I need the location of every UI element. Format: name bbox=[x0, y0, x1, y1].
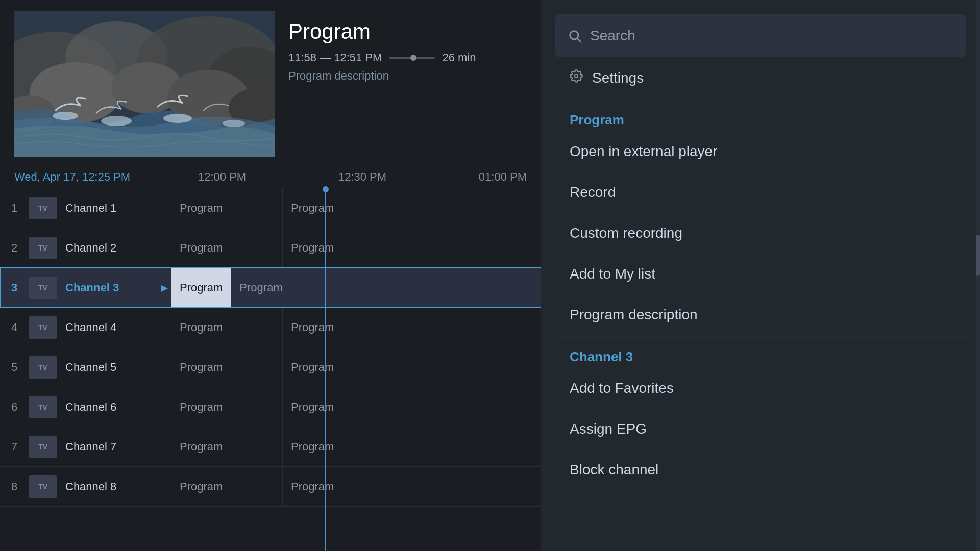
channel-row[interactable]: 1 TV Channel 1 Program Program bbox=[0, 188, 541, 228]
channel-number: 2 bbox=[0, 241, 29, 255]
channel-number: 8 bbox=[0, 480, 29, 493]
programs-area: Program Program bbox=[172, 347, 541, 387]
channel-number: 7 bbox=[0, 440, 29, 454]
channel-row[interactable]: 4 TV Channel 4 Program Program bbox=[0, 308, 541, 347]
programs-area: Program Program bbox=[172, 467, 541, 506]
video-preview[interactable] bbox=[14, 11, 275, 157]
progress-bar bbox=[389, 57, 435, 59]
svg-point-12 bbox=[163, 114, 192, 123]
program-block[interactable]: Program bbox=[172, 188, 283, 228]
channel-name: Channel 1 bbox=[65, 202, 157, 215]
channel-icon: TV bbox=[29, 436, 57, 458]
programs-area: Program Program bbox=[172, 228, 541, 267]
channel-icon: TV bbox=[29, 356, 57, 379]
channel-name: Channel 2 bbox=[65, 241, 157, 255]
program-block[interactable]: Program bbox=[283, 188, 541, 228]
programs-area: Program Program bbox=[172, 308, 541, 347]
channel-number: 3 bbox=[0, 281, 29, 294]
program-block[interactable]: Program bbox=[283, 427, 541, 466]
program-block[interactable]: Program bbox=[172, 387, 283, 427]
time-marker-2: 12:30 PM bbox=[338, 170, 386, 184]
divider bbox=[555, 101, 966, 101]
channel-number: 6 bbox=[0, 400, 29, 414]
channel-row[interactable]: 8 TV Channel 8 Program Program bbox=[0, 467, 541, 507]
program-block[interactable]: Program bbox=[283, 308, 541, 347]
channel-icon: TV bbox=[29, 316, 57, 339]
programs-area: Program Program bbox=[172, 427, 541, 466]
time-markers: 12:00 PM 12:30 PM 01:00 PM bbox=[198, 170, 527, 184]
menu-item-add-my-list[interactable]: Add to My list bbox=[541, 254, 980, 294]
menu-item-custom-recording[interactable]: Custom recording bbox=[541, 213, 980, 254]
program-block[interactable]: Program bbox=[172, 467, 283, 506]
settings-icon bbox=[570, 69, 583, 86]
program-block[interactable]: Program bbox=[283, 347, 541, 387]
channel-name: Channel 5 bbox=[65, 361, 157, 374]
program-block[interactable]: Program bbox=[172, 228, 283, 267]
settings-label: Settings bbox=[592, 70, 644, 86]
svg-point-13 bbox=[223, 120, 245, 127]
search-bar[interactable]: Search bbox=[555, 14, 966, 57]
menu-item-record[interactable]: Record bbox=[541, 172, 980, 213]
svg-point-10 bbox=[53, 112, 78, 120]
channel-number: 1 bbox=[0, 202, 29, 215]
duration: 26 min bbox=[442, 51, 476, 64]
timeline-header: Wed, Apr 17, 12:25 PM 12:00 PM 12:30 PM … bbox=[0, 166, 541, 188]
timeline-dot bbox=[323, 186, 329, 192]
channel-name: Channel 7 bbox=[65, 440, 157, 454]
menu-item-open-external[interactable]: Open in external player bbox=[541, 131, 980, 172]
svg-line-15 bbox=[577, 38, 580, 41]
svg-point-11 bbox=[101, 116, 132, 126]
channel-row[interactable]: 2 TV Channel 2 Program Program bbox=[0, 228, 541, 268]
programs-area: Program Program bbox=[172, 268, 541, 307]
program-block-current[interactable]: Program bbox=[172, 268, 231, 307]
channel-name: Channel 8 bbox=[65, 480, 157, 493]
time-marker-3: 01:00 PM bbox=[479, 170, 527, 184]
play-icon: ▶ bbox=[157, 282, 172, 293]
sidebar: Search Settings Program Open in external… bbox=[541, 0, 980, 551]
search-label: Search bbox=[590, 28, 635, 44]
menu-item-block-channel[interactable]: Block channel bbox=[541, 449, 980, 490]
menu-item-assign-epg[interactable]: Assign EPG bbox=[541, 409, 980, 449]
video-thumbnail bbox=[14, 11, 275, 157]
video-svg bbox=[14, 11, 275, 157]
time-dot bbox=[410, 55, 416, 61]
channel-icon: TV bbox=[29, 396, 57, 418]
program-block[interactable]: Program bbox=[283, 387, 541, 427]
section-label-program: Program bbox=[541, 103, 980, 131]
channel-name: Channel 6 bbox=[65, 400, 157, 414]
divider bbox=[555, 337, 966, 338]
scrollbar[interactable] bbox=[976, 0, 980, 551]
programs-area: Program Program bbox=[172, 188, 541, 228]
date-label: Wed, Apr 17, 12:25 PM bbox=[14, 170, 198, 184]
section-label-channel: Channel 3 bbox=[541, 340, 980, 368]
channel-row[interactable]: 5 TV Channel 5 Program Program bbox=[0, 347, 541, 387]
channel-icon: TV bbox=[29, 277, 57, 299]
search-icon bbox=[568, 29, 582, 43]
channel-icon: TV bbox=[29, 237, 57, 259]
program-block[interactable]: Program bbox=[283, 467, 541, 506]
program-block[interactable]: Program bbox=[231, 268, 541, 307]
timeline-indicator bbox=[325, 186, 326, 551]
menu-item-add-favorites[interactable]: Add to Favorites bbox=[541, 368, 980, 409]
program-block[interactable]: Program bbox=[172, 427, 283, 466]
time-marker-1: 12:00 PM bbox=[198, 170, 246, 184]
main-content: Program 11:58 — 12:51 PM 26 min Program … bbox=[0, 0, 541, 551]
channel-row-active[interactable]: 3 TV Channel 3 ▶ Program Program bbox=[0, 268, 541, 308]
settings-item[interactable]: Settings bbox=[541, 57, 980, 98]
program-title: Program bbox=[288, 19, 528, 44]
program-block[interactable]: Program bbox=[172, 308, 283, 347]
time-track bbox=[389, 57, 435, 59]
channel-number: 4 bbox=[0, 321, 29, 334]
programs-area: Program Program bbox=[172, 387, 541, 427]
channel-name: Channel 4 bbox=[65, 321, 157, 334]
channel-icon: TV bbox=[29, 475, 57, 498]
channel-name: Channel 3 bbox=[65, 281, 157, 294]
program-info: Program 11:58 — 12:51 PM 26 min Program … bbox=[288, 19, 528, 83]
channel-row[interactable]: 6 TV Channel 6 Program Program bbox=[0, 387, 541, 427]
menu-item-program-description[interactable]: Program description bbox=[541, 294, 980, 335]
channel-row[interactable]: 7 TV Channel 7 Program Program bbox=[0, 427, 541, 467]
program-block[interactable]: Program bbox=[283, 228, 541, 267]
program-block[interactable]: Program bbox=[172, 347, 283, 387]
channel-grid: 1 TV Channel 1 Program Program 2 TV Chan… bbox=[0, 188, 541, 507]
scrollbar-thumb[interactable] bbox=[976, 235, 980, 276]
